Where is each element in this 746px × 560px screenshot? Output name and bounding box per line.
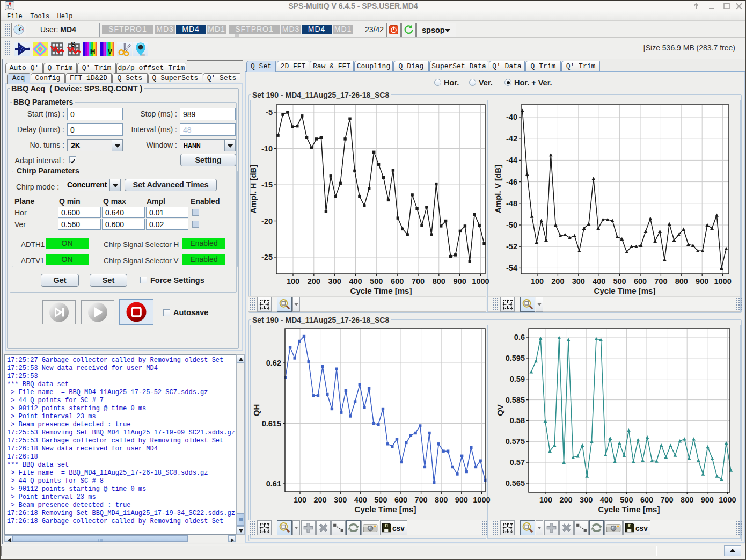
svg-text:900: 900: [455, 496, 468, 504]
svg-text:800: 800: [433, 277, 445, 286]
svg-text:600: 600: [391, 277, 404, 286]
svg-text:400: 400: [349, 277, 362, 286]
svg-text:500: 500: [374, 496, 387, 504]
svg-text:600: 600: [640, 496, 653, 504]
svg-text:800: 800: [435, 496, 448, 504]
svg-text:600: 600: [394, 496, 407, 504]
svg-text:Cycle Time [ms]: Cycle Time [ms]: [355, 505, 416, 514]
svg-text:0.575: 0.575: [506, 437, 525, 446]
svg-text:csv: csv: [392, 525, 405, 533]
svg-text:500: 500: [620, 496, 633, 504]
svg-text:-44: -44: [506, 156, 517, 164]
svg-text:0.6: 0.6: [514, 333, 525, 341]
svg-text:700: 700: [412, 277, 425, 286]
svg-text:-42: -42: [506, 134, 517, 143]
svg-text:-52: -52: [506, 242, 517, 251]
svg-text:-25: -25: [261, 253, 273, 261]
svg-text:Cycle Time [ms]: Cycle Time [ms]: [598, 505, 660, 514]
svg-text:500: 500: [370, 277, 383, 286]
svg-text:800: 800: [675, 277, 688, 286]
svg-text:1000: 1000: [719, 496, 736, 504]
svg-text:-20: -20: [261, 217, 273, 226]
svg-text:700: 700: [654, 277, 667, 286]
svg-text:300: 300: [572, 277, 585, 286]
svg-text:QV: QV: [495, 404, 504, 416]
svg-text:400: 400: [600, 496, 613, 504]
svg-text:-54: -54: [506, 264, 517, 272]
svg-text:100: 100: [539, 496, 552, 504]
svg-text:0.595: 0.595: [506, 354, 525, 362]
svg-text:100: 100: [287, 277, 299, 286]
svg-text:0.615: 0.615: [262, 419, 281, 428]
svg-text:0.57: 0.57: [510, 458, 525, 467]
svg-text:-15: -15: [261, 180, 273, 189]
svg-text:0.62: 0.62: [266, 359, 281, 367]
svg-text:300: 300: [328, 277, 341, 286]
svg-text:200: 200: [551, 277, 564, 286]
svg-text:300: 300: [580, 496, 593, 504]
svg-text:400: 400: [593, 277, 605, 286]
svg-text:0.585: 0.585: [506, 396, 525, 404]
svg-text:0.58: 0.58: [510, 416, 525, 425]
svg-text:200: 200: [308, 277, 320, 286]
svg-text:Cycle Time [ms]: Cycle Time [ms]: [350, 286, 412, 295]
svg-text:0.565: 0.565: [506, 479, 525, 488]
svg-text:-5: -5: [266, 108, 273, 117]
svg-text:300: 300: [334, 496, 347, 504]
svg-text:csv: csv: [635, 525, 648, 533]
svg-text:700: 700: [414, 496, 427, 504]
svg-text:400: 400: [354, 496, 367, 504]
svg-text:Ampl. V [dB]: Ampl. V [dB]: [493, 165, 502, 213]
svg-text:900: 900: [696, 277, 708, 286]
svg-text:500: 500: [613, 277, 626, 286]
svg-text:0.61: 0.61: [266, 479, 281, 488]
svg-text:1000: 1000: [473, 496, 490, 504]
svg-text:Cycle Time [ms]: Cycle Time [ms]: [594, 286, 656, 295]
svg-text:-46: -46: [506, 178, 517, 186]
svg-text:QH: QH: [252, 404, 261, 417]
svg-text:-50: -50: [506, 221, 517, 229]
svg-text:200: 200: [313, 496, 326, 504]
svg-text:1000: 1000: [472, 277, 489, 286]
svg-text:900: 900: [701, 496, 714, 504]
svg-text:900: 900: [454, 277, 466, 286]
svg-text:0.59: 0.59: [510, 375, 525, 383]
svg-text:-10: -10: [261, 144, 273, 153]
svg-text:1000: 1000: [714, 277, 731, 286]
svg-text:800: 800: [681, 496, 693, 504]
svg-text:700: 700: [660, 496, 673, 504]
svg-text:200: 200: [559, 496, 572, 504]
svg-text:100: 100: [294, 496, 306, 504]
svg-text:-40: -40: [506, 113, 517, 121]
svg-text:100: 100: [531, 277, 544, 286]
svg-text:Ampl. H [dB]: Ampl. H [dB]: [248, 165, 258, 214]
svg-text:600: 600: [634, 277, 647, 286]
svg-text:-48: -48: [506, 199, 517, 208]
